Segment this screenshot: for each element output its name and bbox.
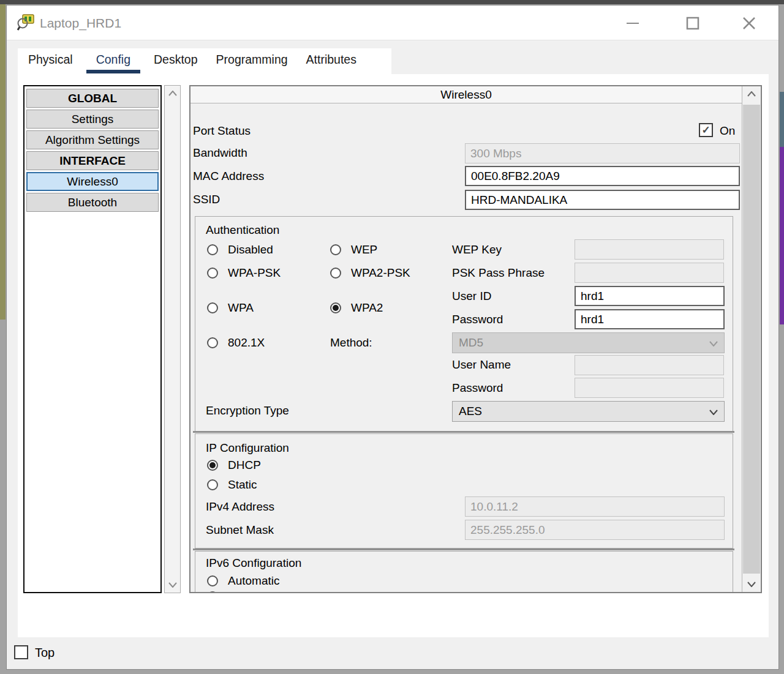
user-id-input[interactable] [575,286,725,306]
tab-bar: Physical Config Desktop Programming Attr… [18,48,391,74]
auth-radio-wep-label: WEP [351,243,377,256]
password-input[interactable] [575,309,725,329]
ipv4-address-field: 10.0.11.2 [465,496,725,517]
ipv6-radio-automatic-label: Automatic [228,574,279,588]
ip-radio-static-label: Static [228,478,257,492]
tab-programming[interactable]: Programming [211,48,293,72]
background-app-strip-left [0,4,6,320]
auth-radio-wep[interactable] [330,244,341,255]
user-name-field [575,355,724,375]
scrollbar-down-icon[interactable] [747,582,756,587]
psk-pass-phrase-label: PSK Pass Phrase [452,266,545,280]
wireless0-panel: Wireless0 Port Status ✓ On Bandwidth 300… [189,85,762,593]
tab-desktop[interactable]: Desktop [149,48,203,72]
maximize-button[interactable] [679,12,706,35]
config-sidebar: GLOBAL Settings Algorithm Settings INTER… [23,85,162,593]
auth-radio-wpa2-psk-label: WPA2-PSK [351,266,410,280]
auth-radio-8021x-label: 802.1X [228,336,265,350]
ip-radio-dhcp-label: DHCP [228,459,261,472]
tab-config[interactable]: Config [86,48,140,73]
sidebar-scrollbar[interactable] [164,85,181,593]
bandwidth-label: Bandwidth [193,146,247,160]
port-status-label: Port Status [193,124,251,138]
check-icon: ✓ [701,124,710,136]
background-app-strip-top [0,0,784,4]
auth-radio-wpa2-label: WPA2 [351,301,383,315]
sidebar-item-bluetooth[interactable]: Bluetooth [26,193,159,212]
auth-radio-disabled[interactable] [207,244,218,255]
minimize-icon [626,22,639,24]
psk-pass-phrase-field [575,263,724,283]
auth-radio-wpa2[interactable] [330,302,341,313]
auth-radio-wpa-psk[interactable] [207,268,218,279]
maximize-icon [686,17,699,30]
sidebar-item-global[interactable]: GLOBAL [26,89,159,108]
chevron-down-icon [709,341,718,346]
tab-attributes[interactable]: Attributes [301,48,361,72]
ipv6-configuration-title: IPv6 Configuration [206,556,301,570]
chevron-down-icon [709,410,718,415]
panel-title: Wireless0 [190,86,742,103]
encryption-type-dropdown[interactable]: AES [452,401,725,422]
ip-radio-static[interactable] [207,479,218,490]
scrollbar-up-icon[interactable] [168,91,177,96]
panel-body: Port Status ✓ On Bandwidth 300 Mbps MAC … [190,105,742,592]
close-button[interactable] [736,12,763,35]
ssid-input[interactable] [465,190,740,210]
ip-configuration-title: IP Configuration [206,441,289,455]
sidebar-item-settings[interactable]: Settings [26,110,159,129]
method-label: Method: [330,336,372,350]
auth-radio-wpa-label: WPA [228,301,254,315]
tab-physical[interactable]: Physical [23,48,78,72]
sidebar-item-algorithm-settings[interactable]: Algorithm Settings [26,130,159,149]
auth-radio-disabled-label: Disabled [228,243,273,256]
packet-tracer-device-icon [16,13,36,32]
background-app-strip-right-teal [780,92,784,147]
scrollbar-up-icon[interactable] [747,91,756,97]
port-status-on-label: On [720,124,735,138]
mac-address-input[interactable] [465,166,740,186]
encryption-type-value: AES [459,405,482,418]
auth-radio-wpa2-psk[interactable] [330,268,341,279]
mac-address-label: MAC Address [193,170,264,183]
screen: Laptop_HRD1 Physical Config Desktop Prog… [0,0,784,674]
auth-radio-8021x[interactable] [207,337,218,348]
encryption-type-label: Encryption Type [206,404,289,418]
section-divider [193,549,734,550]
ssid-label: SSID [193,193,220,206]
authentication-title: Authentication [206,223,279,237]
device-config-window: Laptop_HRD1 Physical Config Desktop Prog… [6,5,779,670]
method-dropdown: MD5 [452,332,725,353]
top-checkbox-label: Top [35,646,55,660]
wep-key-label: WEP Key [452,243,502,256]
title-bar: Laptop_HRD1 [7,6,778,40]
wep-key-field [575,239,724,260]
auth-radio-wpa[interactable] [207,302,218,313]
subnet-mask-label: Subnet Mask [206,523,274,537]
sidebar-item-wireless0[interactable]: Wireless0 [26,172,159,191]
sidebar-item-interface[interactable]: INTERFACE [26,151,159,170]
window-title: Laptop_HRD1 [40,6,121,40]
method-value: MD5 [459,336,483,349]
top-checkbox[interactable] [14,645,28,659]
password-8021x-field [575,378,724,398]
bandwidth-field: 300 Mbps [465,143,740,163]
minimize-button[interactable] [619,12,646,35]
background-app-strip-right-purple [780,147,784,324]
ipv6-radio-automatic[interactable] [207,575,218,586]
config-tab-content: GLOBAL Settings Algorithm Settings INTER… [18,74,769,637]
scrollbar-thumb[interactable] [743,105,760,574]
ip-radio-dhcp[interactable] [207,460,218,471]
close-icon [742,17,756,30]
section-divider [193,431,734,433]
user-name-label: User Name [452,358,511,372]
password-8021x-label: Password [452,381,503,395]
port-status-checkbox[interactable]: ✓ [699,123,713,137]
ipv4-address-label: IPv4 Address [206,500,274,514]
user-id-label: User ID [452,290,491,303]
scrollbar-down-icon[interactable] [168,582,177,588]
auth-radio-wpa-psk-label: WPA-PSK [228,266,281,280]
main-scrollbar[interactable] [742,86,761,592]
password-label: Password [452,313,503,326]
subnet-mask-field: 255.255.255.0 [465,520,725,540]
